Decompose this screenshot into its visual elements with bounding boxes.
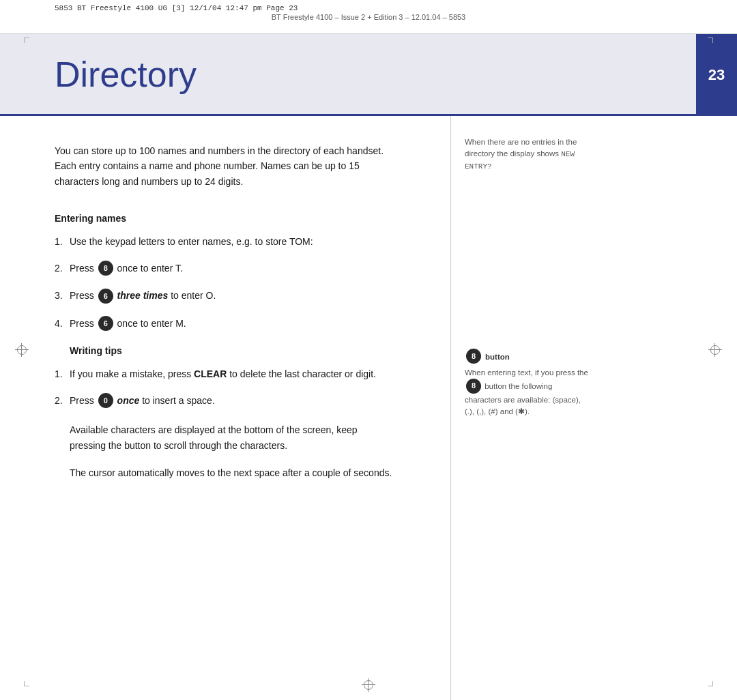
key-0: 0	[98, 393, 113, 408]
right-column: When there are no entries in the directo…	[450, 116, 607, 700]
header-line2: BT Freestyle 4100 – Issue 2 + Edition 3 …	[272, 13, 465, 21]
list-item: 2. Press 8 once to enter T.	[55, 261, 396, 276]
key-8-inline: 8	[466, 379, 481, 394]
header-line1: 5853 BT Freestyle 4100 UG [3] 12/1/04 12…	[55, 4, 298, 12]
page-number: 23	[708, 66, 725, 84]
crosshair-bottom	[362, 678, 375, 692]
corner-mark-tl	[24, 38, 29, 43]
sidebar-note-1: When there are no entries in the directo…	[465, 136, 590, 172]
list-item: 4. Press 6 once to enter M.	[55, 317, 396, 332]
list-item: 3. Press 6 three times to enter O.	[55, 289, 396, 304]
sidebar-note-title: 8 button	[465, 349, 590, 364]
page-header: 5853 BT Freestyle 4100 UG [3] 12/1/04 12…	[0, 0, 737, 34]
list-num: 3.	[55, 289, 70, 303]
list-content: Press 6 once to enter M.	[70, 317, 396, 332]
sidebar-note-1-text: When there are no entries in the directo…	[465, 138, 577, 170]
list-content: If you make a mistake, press CLEAR to de…	[70, 367, 396, 381]
left-column: You can store up to 100 names and number…	[0, 116, 450, 700]
crosshair-circle-b	[364, 680, 373, 690]
list-num: 2.	[55, 261, 70, 276]
list-num: 2.	[55, 394, 70, 408]
list-content: Press 6 three times to enter O.	[70, 289, 396, 304]
corner-mark-bl	[24, 681, 29, 686]
crosshair-left	[15, 343, 29, 357]
sidebar-note-2-text: When entering text, if you press the 8 b…	[465, 367, 590, 418]
list-num: 1.	[55, 235, 70, 249]
crosshair-right	[708, 343, 722, 357]
title-section: Directory	[0, 34, 696, 116]
corner-mark-br	[708, 681, 713, 686]
list-num: 1.	[55, 367, 70, 381]
emphasis-text: three times	[117, 290, 169, 301]
key-6b: 6	[98, 316, 113, 331]
writing-tips-list: 1. If you make a mistake, press CLEAR to…	[55, 367, 396, 409]
entering-names-heading: Entering names	[55, 213, 396, 224]
additional-text-2: The cursor automatically moves to the ne…	[55, 465, 396, 480]
key-8: 8	[98, 261, 113, 276]
button-label: button	[485, 351, 510, 363]
key-8-sidebar: 8	[466, 349, 481, 364]
writing-tips-heading: Writing tips	[55, 345, 396, 356]
additional-text-1: Available characters are displayed at th…	[55, 422, 396, 453]
sidebar-note-2: 8 button When entering text, if you pres…	[465, 349, 590, 418]
list-item: 2. Press 0 once to insert a space.	[55, 394, 396, 409]
clear-label: CLEAR	[194, 368, 227, 379]
intro-text: You can store up to 100 names and number…	[55, 143, 396, 189]
list-content: Press 8 once to enter T.	[70, 261, 396, 276]
display-text: NEW ENTRY?	[465, 150, 575, 171]
list-item: 1. Use the keypad letters to enter names…	[55, 235, 396, 249]
list-num: 4.	[55, 317, 70, 331]
crosshair-circle-r	[710, 345, 720, 355]
main-content: You can store up to 100 names and number…	[0, 116, 737, 700]
crosshair-circle	[17, 345, 27, 355]
page-number-tab: 23	[696, 34, 737, 116]
corner-mark-tr	[708, 38, 713, 43]
list-content: Use the keypad letters to enter names, e…	[70, 235, 396, 249]
page-title: Directory	[55, 54, 197, 95]
list-item: 1. If you make a mistake, press CLEAR to…	[55, 367, 396, 381]
list-content: Press 0 once to insert a space.	[70, 394, 396, 409]
key-6: 6	[98, 289, 113, 304]
emphasis-once: once	[117, 395, 140, 406]
entering-names-list: 1. Use the keypad letters to enter names…	[55, 235, 396, 332]
